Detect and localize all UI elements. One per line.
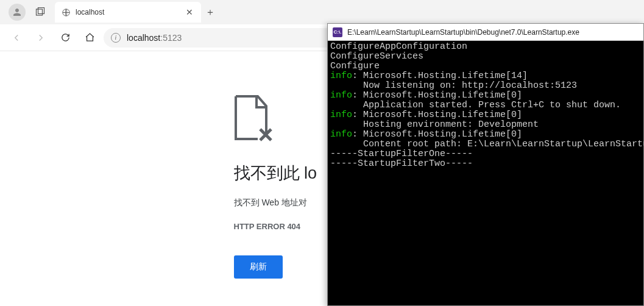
console-line: : Microsoft.Hosting.Lifetime[0]: [352, 110, 522, 120]
browser-tab[interactable]: localhost ✕: [55, 2, 201, 23]
console-log-level: info: [330, 110, 352, 120]
url-port: :5123: [160, 33, 182, 43]
back-button[interactable]: [6, 27, 27, 48]
site-info-icon[interactable]: i: [111, 33, 121, 43]
console-line: : Microsoft.Hosting.Lifetime[0]: [352, 90, 522, 101]
console-log-level: info: [330, 90, 352, 101]
console-window[interactable]: C:\. E:\Learn\LearnStartup\LearnStartup\…: [327, 23, 644, 306]
console-line: Now listening on: http://localhost:5123: [330, 80, 577, 91]
console-title-text: E:\Learn\LearnStartup\LearnStartup\bin\D…: [347, 28, 579, 37]
console-line: Hosting environment: Development: [330, 119, 539, 130]
console-line: Application started. Press Ctrl+C to shu…: [330, 100, 621, 110]
console-line: Configure: [330, 61, 380, 71]
svg-rect-0: [37, 9, 43, 15]
console-line: -----StartupFilterOne-----: [330, 149, 473, 159]
reload-button[interactable]: [55, 27, 76, 48]
console-line: : Microsoft.Hosting.Lifetime[14]: [352, 71, 528, 81]
url-text: localhost:5123: [127, 33, 182, 43]
tab-close-icon[interactable]: ✕: [184, 7, 195, 18]
new-tab-button[interactable]: ＋: [201, 3, 219, 21]
console-line: Content root path: E:\Learn\LearnStartup…: [330, 139, 644, 149]
home-button[interactable]: [79, 27, 100, 48]
tab-title: localhost: [76, 8, 179, 16]
globe-icon: [61, 7, 71, 17]
console-line: : Microsoft.Hosting.Lifetime[0]: [352, 129, 522, 140]
tab-actions-icon[interactable]: [32, 4, 49, 21]
console-log-level: info: [330, 71, 352, 81]
svg-rect-1: [38, 8, 44, 14]
console-output[interactable]: ConfigureAppConfiguration ConfigureServi…: [328, 41, 643, 170]
browser-tab-strip: localhost ✕ ＋: [0, 0, 644, 24]
reload-page-button[interactable]: 刷新: [234, 255, 283, 279]
url-host: localhost: [127, 33, 160, 43]
profile-icon[interactable]: [9, 4, 26, 21]
console-app-icon: C:\.: [333, 27, 342, 37]
tab-strip: localhost ✕ ＋: [0, 0, 219, 24]
console-line: ConfigureAppConfiguration: [330, 41, 467, 52]
console-line: -----StartupFilterTwo-----: [330, 158, 473, 169]
console-line: ConfigureServices: [330, 51, 423, 62]
forward-button[interactable]: [30, 27, 51, 48]
console-titlebar[interactable]: C:\. E:\Learn\LearnStartup\LearnStartup\…: [328, 24, 643, 41]
console-log-level: info: [330, 129, 352, 140]
